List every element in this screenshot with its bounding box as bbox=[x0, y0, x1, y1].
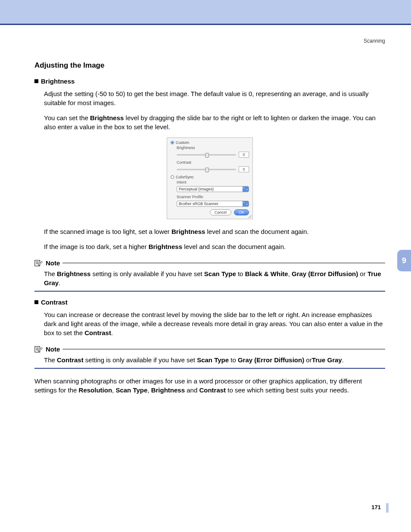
bullet-brightness: Brightness bbox=[34, 78, 385, 85]
contrast-slider-row: 0 bbox=[177, 166, 249, 172]
contrast-p1: You can increase or decrease the contras… bbox=[44, 310, 385, 337]
brightness-value[interactable]: 0 bbox=[239, 152, 249, 158]
page-title: Adjusting the Image bbox=[34, 61, 385, 70]
page-content: Scanning Adjusting the Image Brightness … bbox=[0, 25, 411, 395]
dialog-buttons: Cancel OK bbox=[171, 209, 249, 215]
bullet-contrast: Contrast bbox=[34, 299, 385, 306]
intent-select[interactable]: Perceptual (Images) ⌃⌄ bbox=[177, 186, 249, 192]
note-divider bbox=[34, 368, 385, 369]
note-block: Note The Contrast setting is only availa… bbox=[34, 345, 385, 369]
radio-colorsync-row: ColorSync bbox=[171, 175, 249, 179]
note2-body: The Contrast setting is only available i… bbox=[44, 355, 385, 364]
radio-icon[interactable] bbox=[171, 175, 174, 179]
note-divider bbox=[34, 291, 385, 292]
profile-value: Brother sRGB Scanner bbox=[177, 201, 243, 206]
page-number: 171 bbox=[371, 504, 381, 510]
settings-dialog: Custom Brightness 0 Contrast 0 ColorSync… bbox=[167, 137, 253, 219]
cancel-button[interactable]: Cancel bbox=[210, 209, 231, 215]
note-title: Note bbox=[46, 345, 60, 353]
resize-grip-icon[interactable] bbox=[247, 214, 252, 218]
note-rule bbox=[62, 349, 385, 349]
contrast-label: Contrast bbox=[41, 299, 68, 306]
custom-label: Custom bbox=[176, 140, 189, 145]
chevron-updown-icon: ⌃⌄ bbox=[243, 201, 249, 206]
brightness-slider[interactable] bbox=[177, 154, 236, 156]
brightness-p3: If the scanned image is too light, set a… bbox=[44, 227, 385, 236]
header-bar bbox=[0, 0, 411, 25]
note-head: Note bbox=[34, 259, 385, 267]
note-head: Note bbox=[34, 345, 385, 353]
page-accent bbox=[386, 503, 389, 513]
contrast-value[interactable]: 0 bbox=[239, 166, 249, 172]
chevron-updown-icon: ⌃⌄ bbox=[243, 187, 249, 192]
brightness-label: Brightness bbox=[41, 78, 75, 85]
brightness-slider-row: 0 bbox=[177, 152, 249, 158]
profile-select[interactable]: Brother sRGB Scanner ⌃⌄ bbox=[177, 201, 249, 207]
square-bullet-icon bbox=[34, 300, 38, 304]
colorsync-label: ColorSync bbox=[176, 175, 194, 179]
note-title: Note bbox=[46, 259, 60, 267]
note-rule bbox=[62, 263, 385, 263]
note1-body: The Brightness setting is only available… bbox=[44, 269, 385, 287]
intent-label: Intent bbox=[177, 180, 249, 184]
brightness-p4: If the image is too dark, set a higher B… bbox=[44, 242, 385, 251]
note-pencil-icon bbox=[34, 345, 43, 353]
running-header: Scanning bbox=[34, 38, 385, 44]
intent-value: Perceptual (Images) bbox=[177, 187, 243, 192]
radio-icon[interactable] bbox=[171, 141, 174, 144]
profile-label: Scanner Profile bbox=[177, 195, 249, 199]
brightness-p1: Adjust the setting (-50 to 50) to get th… bbox=[44, 89, 385, 107]
chapter-tab[interactable]: 9 bbox=[397, 250, 411, 271]
square-bullet-icon bbox=[34, 79, 38, 83]
slider-thumb-icon[interactable] bbox=[205, 153, 209, 158]
closing-paragraph: When scanning photographs or other image… bbox=[34, 376, 385, 395]
note-pencil-icon bbox=[34, 259, 43, 267]
slider-thumb-icon[interactable] bbox=[205, 168, 209, 172]
radio-custom-row: Custom bbox=[171, 140, 249, 145]
dlg-brightness-label: Brightness bbox=[177, 146, 249, 150]
note-block: Note The Brightness setting is only avai… bbox=[34, 259, 385, 292]
dialog-figure: Custom Brightness 0 Contrast 0 ColorSync… bbox=[34, 137, 385, 219]
ok-button[interactable]: OK bbox=[234, 209, 249, 215]
brightness-p2: You can set the Brightness level by drag… bbox=[44, 113, 385, 131]
contrast-slider[interactable] bbox=[177, 169, 236, 170]
dlg-contrast-label: Contrast bbox=[177, 160, 249, 165]
